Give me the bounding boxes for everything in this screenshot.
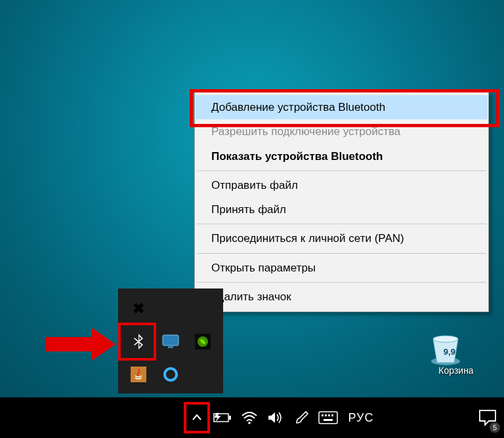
svg-rect-14 — [322, 414, 324, 416]
wifi-icon — [241, 410, 258, 425]
svg-text:✖: ✖ — [133, 300, 144, 317]
tray-wifi[interactable] — [236, 397, 262, 438]
svg-rect-17 — [331, 414, 333, 416]
menu-join-pan[interactable]: Присоединиться к личной сети (PAN) — [196, 226, 488, 250]
recycle-bin[interactable]: 9,9 ГБ Корзина — [427, 332, 486, 376]
menu-separator — [197, 282, 486, 283]
tray-volume[interactable] — [262, 397, 289, 438]
tray-icon-monitor[interactable] — [154, 325, 186, 358]
nvidia-icon — [193, 332, 213, 351]
tray-icon-disabled[interactable]: ✖ — [122, 292, 154, 325]
bluetooth-icon — [129, 332, 148, 351]
tray-chevron-up[interactable] — [184, 397, 210, 438]
menu-remove-icon[interactable]: Удалить значок — [196, 285, 488, 309]
tray-icon-cortana[interactable] — [154, 358, 186, 391]
svg-rect-4 — [163, 335, 178, 346]
menu-receive-file[interactable]: Принять файл — [196, 197, 488, 222]
tray-icon-nvidia[interactable] — [187, 325, 219, 358]
tray-keyboard[interactable] — [315, 397, 341, 438]
recycle-bin-label: Корзина — [427, 365, 486, 376]
volume-icon — [267, 410, 284, 425]
chevron-up-icon — [191, 412, 203, 424]
recycle-bin-size: 9,9 ГБ — [427, 347, 486, 357]
pen-icon — [294, 410, 310, 426]
menu-send-file[interactable]: Отправить файл — [196, 173, 488, 197]
svg-point-12 — [248, 422, 251, 424]
tray-language[interactable]: РУС — [341, 397, 381, 438]
monitor-icon — [161, 332, 180, 351]
keyboard-icon — [318, 411, 338, 424]
svg-rect-11 — [229, 416, 231, 420]
bluetooth-context-menu: Добавление устройства Bluetooth Разрешит… — [194, 92, 489, 312]
menu-show-devices[interactable]: Показать устройства Bluetooth — [196, 144, 488, 169]
menu-separator — [197, 253, 486, 254]
svg-rect-15 — [325, 414, 327, 416]
battery-icon — [213, 412, 233, 424]
circle-icon — [161, 365, 180, 384]
crossed-icon: ✖ — [129, 299, 148, 319]
tray-overflow-popup: ✖ — [118, 289, 223, 393]
svg-rect-18 — [324, 419, 333, 421]
tray-icon-java[interactable] — [122, 358, 154, 391]
svg-rect-8 — [131, 367, 146, 382]
tray-icon-bluetooth[interactable] — [122, 325, 154, 358]
java-icon — [129, 365, 148, 384]
svg-point-9 — [165, 368, 177, 380]
tray-battery[interactable] — [210, 397, 236, 438]
tray-pen[interactable] — [289, 397, 315, 438]
svg-point-1 — [433, 336, 458, 342]
menu-separator — [197, 170, 486, 171]
svg-rect-13 — [319, 412, 337, 424]
tray-action-center[interactable]: 5 — [471, 397, 504, 438]
svg-rect-5 — [168, 346, 173, 348]
menu-allow-connect: Разрешить подключение устройства — [196, 119, 488, 144]
highlight-box-chevron — [184, 402, 210, 433]
menu-separator — [197, 224, 486, 224]
taskbar: РУС 5 — [0, 397, 504, 438]
menu-add-device[interactable]: Добавление устройства Bluetooth — [196, 95, 488, 119]
menu-open-settings[interactable]: Открыть параметры — [196, 256, 488, 280]
svg-rect-16 — [328, 414, 330, 416]
notification-badge: 5 — [490, 422, 500, 433]
